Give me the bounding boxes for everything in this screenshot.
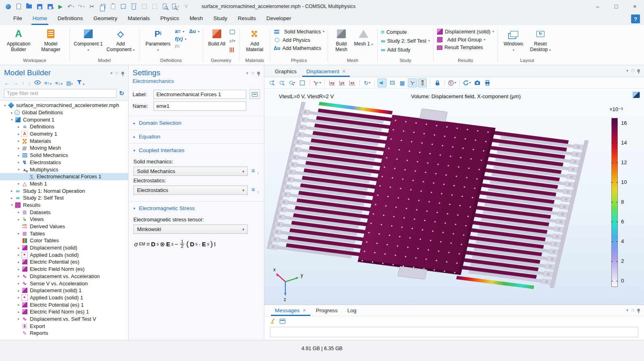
menu-definitions[interactable]: Definitions bbox=[52, 13, 88, 25]
menu-results[interactable]: Results bbox=[233, 13, 261, 25]
label-input[interactable] bbox=[154, 90, 246, 99]
tree-item[interactable]: ▸Moving Mesh bbox=[0, 144, 128, 152]
collapsed-icon[interactable]: ▸ bbox=[16, 317, 21, 321]
menu-developer[interactable]: Developer bbox=[261, 13, 297, 25]
tree-item[interactable]: ▸Electric Field Norm (es) bbox=[0, 266, 128, 273]
chevron-down-icon[interactable]: ▾ bbox=[110, 71, 112, 75]
open-icon[interactable] bbox=[24, 2, 34, 11]
go-to-default-view-icon[interactable]: ▾ bbox=[313, 78, 322, 87]
tree-item[interactable]: ▾Results bbox=[0, 202, 128, 209]
add-mathematics-button[interactable]: ΔuAdd Mathematics bbox=[274, 45, 324, 51]
build-mesh-button[interactable]: Build Mesh bbox=[331, 28, 351, 52]
grid-icon[interactable]: ▦ bbox=[398, 78, 407, 87]
view-yz-icon[interactable]: yz bbox=[338, 78, 347, 87]
collapsed-icon[interactable]: ▸ bbox=[16, 210, 21, 214]
chevron-down-icon[interactable]: ▾ bbox=[626, 308, 628, 312]
tree-filter-input[interactable] bbox=[4, 89, 116, 98]
parameters-button[interactable]: PiParameters▾ bbox=[143, 28, 173, 53]
tree-item[interactable]: ▸Views bbox=[0, 216, 128, 223]
collapsed-icon[interactable]: ▸ bbox=[16, 132, 21, 136]
tab-graphics[interactable]: Graphics bbox=[270, 66, 301, 77]
collapsed-icon[interactable]: ▸ bbox=[16, 274, 21, 278]
collapsed-icon[interactable]: ▸ bbox=[16, 160, 21, 164]
transparency-icon[interactable] bbox=[388, 78, 397, 87]
collapsed-icon[interactable]: ▸ bbox=[16, 281, 21, 285]
float-panel-icon[interactable]: □ bbox=[632, 308, 634, 312]
collapsed-icon[interactable]: ▸ bbox=[16, 125, 21, 129]
menu-study[interactable]: Study bbox=[208, 13, 233, 25]
tree-item[interactable]: Derived Values bbox=[0, 223, 128, 230]
zoom-extents-icon[interactable] bbox=[298, 78, 307, 87]
collapsed-icon[interactable]: ▸ bbox=[16, 253, 21, 257]
import-geometry-icon[interactable] bbox=[229, 29, 236, 35]
collapsed-icon[interactable]: ▸ bbox=[16, 231, 21, 235]
float-panel-icon[interactable]: □ bbox=[632, 68, 634, 73]
expanded-icon[interactable]: ▾ bbox=[9, 118, 15, 122]
collapsed-icon[interactable]: ▸ bbox=[16, 289, 21, 293]
tree-item[interactable]: ▸Electric Potential (es) bbox=[0, 258, 128, 266]
help-button[interactable]: ? bbox=[631, 14, 640, 23]
stress-tensor-select[interactable]: Minkowski▾ bbox=[133, 225, 248, 234]
chevron-down-icon[interactable]: ▾ bbox=[246, 71, 248, 75]
component-button[interactable]: Component 1 ▾ bbox=[73, 28, 104, 53]
collapsed-icon[interactable]: ▸ bbox=[16, 260, 21, 264]
graphics-canvas[interactable]: VtestL=0 V, VtestR=2 V Volume: Displacem… bbox=[264, 89, 644, 305]
update-plot-icon[interactable]: ▾ bbox=[463, 78, 472, 87]
tree-item[interactable]: ▸Definitions bbox=[0, 123, 128, 130]
collapse-all-icon[interactable]: ≡↓▾ bbox=[55, 80, 62, 86]
tree-item[interactable]: ▸Tables bbox=[0, 230, 128, 237]
tree-item[interactable]: ▸Sense V vs. Acceleration bbox=[0, 280, 128, 287]
collapsed-icon[interactable]: ▸ bbox=[16, 295, 21, 299]
pin-icon[interactable] bbox=[121, 72, 124, 74]
filter-icon[interactable]: ▾ bbox=[77, 80, 85, 87]
solid-mechanics-select[interactable]: Solid Mechanics▾ bbox=[133, 167, 248, 176]
delete-icon[interactable] bbox=[129, 2, 139, 11]
nonlocal-couplings-button[interactable]: Δu▾ bbox=[189, 29, 199, 34]
tree-item[interactable]: Reports bbox=[0, 330, 128, 337]
tree-item[interactable]: ▸Displacement vs. Acceleration bbox=[0, 273, 128, 280]
forward-icon[interactable]: → bbox=[13, 80, 18, 86]
toolbar-options-icon[interactable]: ˅ bbox=[181, 2, 191, 11]
model-manager-button[interactable]: Model Manager bbox=[35, 28, 66, 52]
functions-button[interactable]: f(x)▾ bbox=[175, 36, 199, 42]
collapsed-icon[interactable]: ▸ bbox=[16, 310, 21, 314]
tree-item[interactable]: ▾Component 1 bbox=[0, 116, 128, 123]
print-icon[interactable] bbox=[483, 78, 492, 87]
pin-icon[interactable] bbox=[257, 72, 260, 74]
rotate-icon[interactable]: ↻▾ bbox=[363, 78, 372, 87]
collapsed-icon[interactable]: ▸ bbox=[16, 139, 21, 143]
duplicate-icon[interactable] bbox=[118, 2, 128, 11]
minimize-button[interactable]: – bbox=[588, 0, 607, 13]
expanded-icon[interactable]: ▾ bbox=[16, 167, 21, 171]
result-templates-button[interactable]: Result Templates bbox=[437, 45, 494, 50]
move-up-icon[interactable]: ↑ bbox=[22, 80, 25, 86]
menu-mesh[interactable]: Mesh bbox=[184, 13, 208, 25]
collapsed-icon[interactable]: ▸ bbox=[9, 111, 15, 115]
tree-item[interactable]: Electromechanical Forces 1 bbox=[0, 173, 128, 180]
tree-item[interactable]: ▸Solid Mechanics bbox=[0, 152, 128, 159]
environment-icon[interactable]: ▾ bbox=[448, 78, 457, 87]
virtual-operations-icon[interactable] bbox=[229, 46, 236, 53]
back-icon[interactable]: ← bbox=[4, 80, 9, 86]
save-as-icon[interactable]: ✎ bbox=[45, 2, 55, 11]
zoom-out-icon[interactable]: − bbox=[278, 78, 287, 87]
refresh-icon[interactable]: ↻ bbox=[119, 90, 124, 97]
preferences-icon[interactable]: ˅ bbox=[171, 2, 181, 11]
float-panel-icon[interactable]: □ bbox=[116, 71, 118, 75]
tree-item[interactable]: ▸Materials bbox=[0, 137, 128, 144]
find-icon[interactable] bbox=[160, 2, 170, 11]
rename-button[interactable] bbox=[249, 89, 260, 99]
image-snapshot-icon[interactable] bbox=[473, 78, 482, 87]
add-physics-button[interactable]: Add Physics bbox=[274, 37, 324, 43]
zoom-box-icon[interactable]: ▾ bbox=[288, 78, 297, 87]
collapsed-icon[interactable]: ▸ bbox=[16, 267, 21, 271]
tree-item[interactable]: ▸Applied Loads (solid) 1 bbox=[0, 294, 128, 301]
study-selector[interactable]: ∞Study 2: Self Test▾ bbox=[381, 37, 430, 44]
tab-log[interactable]: Log bbox=[343, 305, 361, 316]
tree-item[interactable]: ▸Study 1: Normal Operation bbox=[0, 187, 128, 194]
add-study-button[interactable]: ∞Add Study bbox=[381, 46, 430, 53]
collapsed-icon[interactable]: ▸ bbox=[16, 246, 21, 250]
application-builder-button[interactable]: AApplication Builder bbox=[3, 28, 34, 52]
section-domain-selection[interactable]: ▸Domain Selection bbox=[129, 116, 264, 130]
pin-icon[interactable] bbox=[637, 69, 640, 72]
